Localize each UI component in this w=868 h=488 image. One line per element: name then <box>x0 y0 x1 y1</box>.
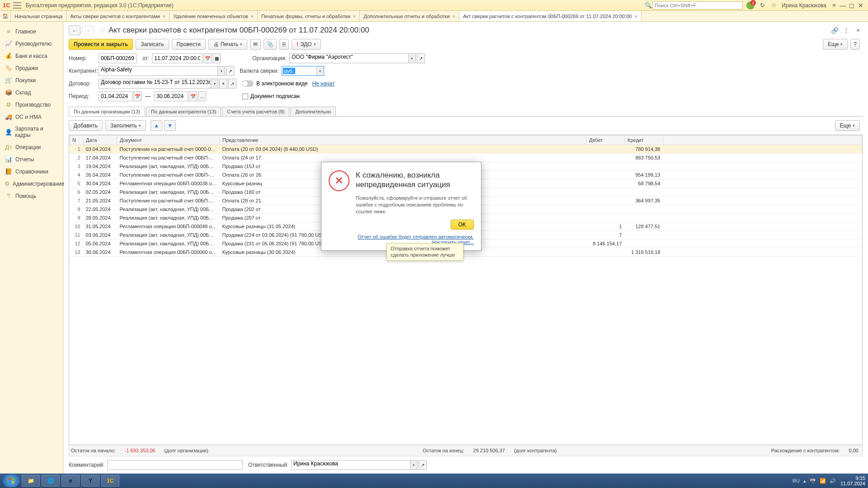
col-n[interactable]: N <box>70 136 83 145</box>
global-search-input[interactable] <box>652 1 743 9</box>
tab-delete[interactable]: Удаление помеченных объектов× <box>170 11 258 21</box>
calendar-icon[interactable]: 📅 <box>189 91 197 101</box>
sidebar-item-sales[interactable]: 🏷️Продажи <box>0 62 63 74</box>
sidebar-item-production[interactable]: ⚙Производство <box>0 99 63 111</box>
sidebar-item-ops[interactable]: ДтОперации <box>0 141 63 153</box>
sidebar-item-salary[interactable]: 👤Зарплата и кадры <box>0 123 63 141</box>
number-field[interactable] <box>99 53 137 63</box>
signed-checkbox[interactable] <box>242 94 248 99</box>
tab-accounts[interactable]: Счета учета расчетов (9) <box>222 107 289 116</box>
favorites-icon[interactable]: ☆ <box>770 1 778 9</box>
sidebar-item-catalogs[interactable]: 📙Справочники <box>0 165 63 178</box>
currency-field[interactable]: руб.▾ <box>282 66 324 76</box>
print-button[interactable]: 🖨 Печать▾ <box>208 39 247 50</box>
date-field[interactable] <box>152 53 203 63</box>
calendar-icon[interactable]: 📅 <box>133 91 142 101</box>
chevron-down-icon[interactable]: ▾ <box>316 66 324 75</box>
history-icon[interactable]: ↻ <box>758 1 766 9</box>
calendar-icon[interactable]: 📅 <box>203 53 212 63</box>
chevron-down-icon[interactable]: ▾ <box>211 79 218 88</box>
settings-icon[interactable]: ≡ <box>830 1 838 9</box>
calendar-alt-icon[interactable]: ▦ <box>212 53 221 63</box>
main-menu-button[interactable] <box>13 2 21 9</box>
sidebar-item-purchases[interactable]: 🛒Покупки <box>0 74 63 86</box>
col-credit[interactable]: Кредит <box>625 136 663 145</box>
contract-label: Договор: <box>69 80 96 87</box>
tab-extra[interactable]: Дополнительно <box>290 107 336 116</box>
close-icon[interactable]: × <box>453 14 455 19</box>
contract-field[interactable]: Договор поставки № 15-23-Т от 15.12.2023… <box>99 79 218 89</box>
period-from-field[interactable] <box>99 91 132 101</box>
grid-more-button[interactable]: Еще▾ <box>835 120 860 131</box>
edo-button[interactable]: ! ЭДО▾ <box>292 39 321 50</box>
open-contr-button[interactable]: ↗ <box>226 66 234 76</box>
open-org-button[interactable]: ↗ <box>417 53 425 63</box>
fill-button[interactable]: Заполнить▾ <box>105 120 146 131</box>
error-ok-button[interactable]: OK <box>451 220 474 230</box>
open-responsible-button[interactable]: ↗ <box>419 460 427 470</box>
nav-forward-button[interactable]: → <box>82 25 94 35</box>
related-button[interactable]: ⎘ <box>279 39 289 50</box>
comment-field[interactable] <box>107 460 243 470</box>
more-icon[interactable]: ⋮ <box>842 26 851 35</box>
sidebar-item-reports[interactable]: 📊Отчеты <box>0 153 63 165</box>
current-user[interactable]: Ирина Красюкова <box>782 2 826 9</box>
auto-report-link[interactable]: Отчет об ошибке будет отправлен автомати… <box>329 234 474 239</box>
tab-home[interactable]: Начальная страница <box>11 11 66 21</box>
close-icon[interactable]: × <box>353 14 356 19</box>
not-started-link[interactable]: Не начат <box>312 80 335 87</box>
table-row[interactable]: 103.04.2024Поступление на расчетный счет… <box>70 145 862 154</box>
tab-addons[interactable]: Дополнительные отчеты и обработки× <box>360 11 459 21</box>
post-and-close-button[interactable]: Провести и закрыть <box>69 39 133 50</box>
close-button[interactable]: ✕ <box>856 2 865 9</box>
close-icon[interactable]: × <box>163 14 165 19</box>
link-icon[interactable]: 🔗 <box>830 26 839 35</box>
tab-org-data[interactable]: По данным организации (13) <box>69 107 145 116</box>
more-button[interactable]: Еще▾ <box>823 39 848 50</box>
email-button[interactable]: ✉ <box>250 39 261 50</box>
favorite-toggle[interactable]: ☆ <box>99 25 106 35</box>
period-to-field[interactable] <box>154 91 188 101</box>
add-row-button[interactable]: Добавить <box>69 120 103 131</box>
col-doc[interactable]: Документ <box>117 136 220 145</box>
electronic-toggle[interactable] <box>242 80 254 87</box>
chevron-down-icon[interactable]: ▾ <box>410 460 417 469</box>
record-button[interactable]: Записать <box>136 39 169 50</box>
table-row[interactable]: 217.04.2024Поступление на расчетный счет… <box>70 154 862 162</box>
sidebar-item-main[interactable]: ≡Главное <box>0 25 63 38</box>
move-down-button[interactable]: ▼ <box>164 120 176 131</box>
col-rep[interactable]: Представление <box>220 136 586 145</box>
org-field[interactable]: ООО "Фирма "Аэротест"▾ <box>289 53 416 63</box>
chevron-down-icon[interactable]: ▾ <box>217 66 225 75</box>
period-select-button[interactable]: … <box>198 91 206 101</box>
sidebar-item-assets[interactable]: 🚚ОС и НМА <box>0 111 63 123</box>
sidebar-item-admin[interactable]: ⚙Администрирование <box>0 178 63 190</box>
close-icon[interactable]: × <box>634 14 637 19</box>
tab-contr-data[interactable]: По данным контрагента (13) <box>146 107 221 116</box>
maximize-button[interactable]: ◻ <box>847 2 856 9</box>
open-contract-button[interactable]: ↗ <box>228 79 236 89</box>
col-debit[interactable]: Дебет <box>586 136 625 145</box>
tab-acts[interactable]: Акты сверки расчетов с контрагентами× <box>66 11 170 21</box>
sidebar-item-bank[interactable]: 💰Банк и касса <box>0 50 63 62</box>
tab-print-forms[interactable]: Печатные формы, отчеты и обработки× <box>258 11 360 21</box>
close-doc-button[interactable]: × <box>854 26 863 35</box>
attach-button[interactable]: 📎 <box>264 39 277 50</box>
minimize-button[interactable]: — <box>838 2 847 9</box>
move-up-button[interactable]: ▲ <box>151 120 162 131</box>
sidebar-item-warehouse[interactable]: 📦Склад <box>0 86 63 99</box>
post-button[interactable]: Провести <box>172 39 206 50</box>
nav-back-button[interactable]: ← <box>69 25 80 35</box>
tab-current-doc[interactable]: Акт сверки расчетов с контрагентом 00БП-… <box>459 11 642 21</box>
home-icon[interactable]: 🏠 <box>0 11 11 21</box>
contragent-field[interactable]: Alpha-Safety▾ <box>99 66 225 76</box>
responsible-field[interactable]: Ирина Красюкова▾ <box>291 460 418 470</box>
close-icon[interactable]: × <box>251 14 254 19</box>
sidebar-item-manager[interactable]: 📈Руководителю <box>0 38 63 50</box>
clear-contract-button[interactable]: × <box>219 79 227 89</box>
chevron-down-icon[interactable]: ▾ <box>408 54 415 63</box>
notifications-icon[interactable] <box>746 1 755 9</box>
sidebar-item-help[interactable]: ?Помощь <box>0 190 63 202</box>
help-button[interactable]: ? <box>850 39 860 50</box>
col-date[interactable]: Дата <box>83 136 117 145</box>
